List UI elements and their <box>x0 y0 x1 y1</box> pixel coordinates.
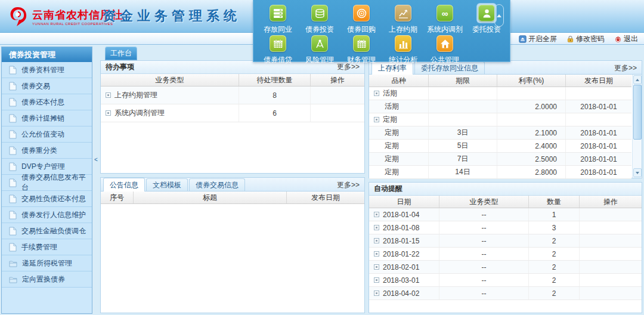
table-row[interactable]: 2018-01-22 -- 2 <box>369 248 642 261</box>
menu-item-deposit-term[interactable]: 上存约期 <box>382 4 424 35</box>
collapse-icon[interactable] <box>374 91 379 96</box>
sidebar-item-fair-value-change[interactable]: 公允价值变动 <box>2 126 92 143</box>
reminder-count: 2 <box>529 287 580 299</box>
menu-item-statistics-analysis[interactable]: 统计分析 <box>382 34 424 65</box>
rate-value: 2.5000 <box>497 153 566 165</box>
rate-kind: 定期 <box>385 154 399 164</box>
table-row[interactable]: 定期 3日 2.1000 2018-01-01 <box>369 126 631 140</box>
person-icon <box>478 5 495 21</box>
expand-icon[interactable] <box>106 92 111 98</box>
menu-item-label: 存放同业 <box>264 24 292 35</box>
rate-term: 7日 <box>429 153 497 165</box>
table-row[interactable]: 2018-03-01 -- 2 <box>369 274 642 287</box>
expand-icon[interactable] <box>374 238 379 243</box>
table-group-row[interactable]: 定期 <box>369 113 631 126</box>
rates-more-link[interactable]: 更多>> <box>614 63 637 73</box>
table-row[interactable]: 2018-02-01 -- 2 <box>369 261 642 274</box>
folder-icon <box>9 260 17 267</box>
trend-chart-icon <box>395 5 411 21</box>
sidebar-item-bond-reclassification[interactable]: 债券重分类 <box>2 143 92 159</box>
sidebar-item-bond-trading[interactable]: 债券交易 <box>2 78 92 94</box>
column-header: 发布日期 <box>287 192 364 203</box>
expand-icon[interactable] <box>374 277 379 283</box>
reminder-op <box>580 248 642 260</box>
reminder-date: 2018-01-08 <box>383 224 419 232</box>
menu-collapse-button[interactable] <box>494 4 504 27</box>
reminder-type: -- <box>439 208 529 221</box>
column-header: 数量 <box>529 196 580 208</box>
document-icon <box>9 82 17 91</box>
column-header: 期限 <box>429 75 497 87</box>
collapse-icon[interactable] <box>374 117 379 122</box>
menu-item-bond-investment[interactable]: 债券投资 <box>299 4 340 35</box>
column-header: 业务类型 <box>101 74 239 86</box>
menu-item-public-management[interactable]: 公共管理 <box>424 34 466 65</box>
tab-doc-templates[interactable]: 文档模板 <box>146 178 188 191</box>
table-row[interactable]: 2018-01-04 -- 1 <box>369 208 642 221</box>
sidebar-item-bond-data-mgmt[interactable]: 债券资料管理 <box>2 62 92 78</box>
scroll-down-button[interactable] <box>633 168 642 177</box>
expand-icon[interactable] <box>374 291 379 296</box>
sidebar-item-label: 债券重分类 <box>21 146 57 156</box>
sidebar-item-bond-issuer-info[interactable]: 债券发行人信息维护 <box>2 207 92 223</box>
table-group-row[interactable]: 活期 <box>369 87 631 100</box>
expand-icon[interactable] <box>106 110 111 116</box>
reminder-op <box>580 274 642 286</box>
tab-bond-trade-info[interactable]: 债券交易信息 <box>189 178 245 191</box>
rate-term: 3日 <box>429 126 497 139</box>
rate-kind: 活期 <box>383 88 397 98</box>
sidebar-item-bond-trade-info-platform[interactable]: 债券交易信息发布平台 <box>2 175 92 191</box>
rate-date: 2018-01-01 <box>566 153 631 165</box>
rate-date: 2018-01-01 <box>566 100 631 113</box>
sidebar-item-directed-swap-bonds[interactable]: 定向置换债券 <box>2 271 92 288</box>
column-header: 发布日期 <box>566 75 631 87</box>
scroll-up-button[interactable] <box>633 75 642 84</box>
tab-workbench[interactable]: 工作台 <box>105 47 137 60</box>
table-row[interactable]: 2018-04-02 -- 2 <box>369 287 642 300</box>
credit-coop-logo-icon <box>6 5 30 29</box>
table-row[interactable]: 上存约期管理 8 <box>101 87 364 104</box>
menu-item-internal-adjustment[interactable]: ∞ 系统内调剂 <box>424 4 466 35</box>
sidebar-item-label: 手续费管理 <box>21 242 57 252</box>
scrollbar-thumb[interactable] <box>633 85 642 140</box>
reminder-type: -- <box>439 248 529 260</box>
sidebar-collapse-arrow[interactable]: < <box>94 156 98 163</box>
fullscreen-link-label: 开启全屏 <box>528 34 557 44</box>
sidebar-item-bond-principal-interest[interactable]: 债券还本付息 <box>2 94 92 110</box>
reminder-count: 1 <box>529 208 580 221</box>
expand-icon[interactable] <box>374 225 379 230</box>
fullscreen-link[interactable]: 开启全屏 <box>519 34 557 44</box>
sidebar-item-fee-management[interactable]: 手续费管理 <box>2 239 92 255</box>
main-menu-panel: 存放同业 债券投资 债券回购 上存约期 ∞ 系统内调剂 <box>253 0 510 62</box>
menu-item-bond-lending[interactable]: 债券借贷 <box>257 34 299 65</box>
announcements-more-link[interactable]: 更多>> <box>337 180 360 190</box>
tab-announcements[interactable]: 公告信息 <box>103 178 145 192</box>
table-row[interactable]: 2018-01-15 -- 2 <box>369 234 642 248</box>
menu-item-finance-management[interactable]: 财务管理 <box>340 34 382 65</box>
change-password-link[interactable]: 修改密码 <box>566 34 605 44</box>
table-row[interactable]: 定期 7日 2.5000 2018-01-01 <box>369 153 631 166</box>
menu-item-risk-management[interactable]: 风险管理 <box>299 34 340 65</box>
reminder-type: -- <box>439 234 529 247</box>
menu-item-label: 上存约期 <box>389 24 417 35</box>
sidebar: 债券投资管理 债券资料管理 债券交易 债券还本付息 债券计提摊销 公允价值变动 … <box>1 47 92 314</box>
table-row[interactable]: 2018-01-08 -- 3 <box>369 221 642 234</box>
sidebar-item-bond-accrual-amortization[interactable]: 债券计提摊销 <box>2 110 92 126</box>
vertical-scrollbar[interactable] <box>632 75 642 178</box>
sidebar-item-deferred-tax-mgmt[interactable]: 递延所得税管理 <box>2 255 92 271</box>
rate-term: 14日 <box>429 166 497 178</box>
reminder-op <box>580 208 642 221</box>
table-row[interactable]: 定期 5日 2.4000 2018-01-01 <box>369 140 631 153</box>
logout-link[interactable]: 退出 <box>614 34 638 44</box>
menu-item-bond-repo[interactable]: 债券回购 <box>340 4 382 35</box>
expand-icon[interactable] <box>374 264 379 270</box>
expand-icon[interactable] <box>374 251 379 257</box>
rate-term: 5日 <box>429 140 497 152</box>
sidebar-item-trading-financial-liability[interactable]: 交易性金融负债调仓 <box>2 223 92 239</box>
table-row[interactable]: 定期 14日 2.8000 2018-01-01 <box>369 166 631 179</box>
table-row[interactable]: 系统内调剂管理 6 <box>101 104 364 122</box>
sidebar-item-trading-liability-interest[interactable]: 交易性负债还本付息 <box>2 191 92 207</box>
expand-icon[interactable] <box>374 212 379 217</box>
menu-item-deposit-interbank[interactable]: 存放同业 <box>257 4 299 35</box>
table-row[interactable]: 活期 2.0000 2018-01-01 <box>369 100 631 113</box>
